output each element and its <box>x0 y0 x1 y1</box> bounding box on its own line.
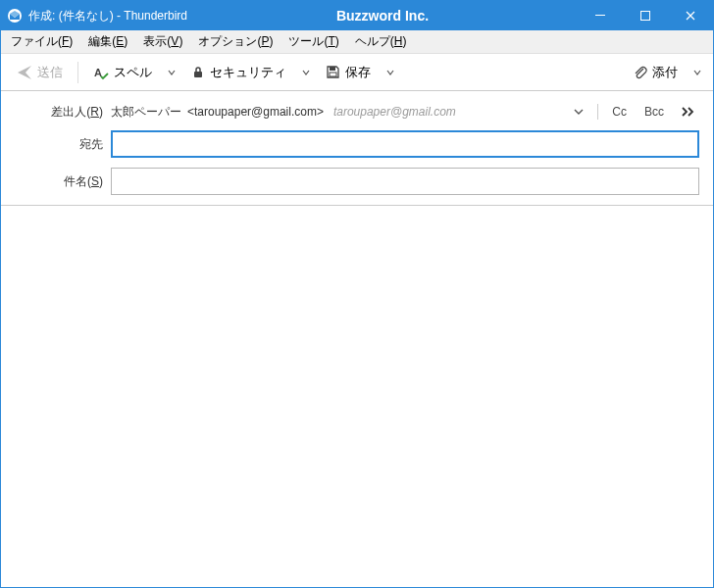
menu-file[interactable]: ファイル(F) <box>3 30 80 53</box>
svg-rect-4 <box>194 72 202 77</box>
from-label: 差出人(R) <box>15 104 103 121</box>
maximize-button[interactable] <box>623 1 668 30</box>
toolbar: 送信 A スペル セキュリティ 保存 添付 <box>1 54 713 91</box>
from-dropdown[interactable] <box>570 105 587 119</box>
spell-dropdown[interactable] <box>164 65 179 80</box>
attach-button[interactable]: 添付 <box>625 60 686 85</box>
from-row: 差出人(R) 太郎ペーパー <taroupaper@gmail.com> tar… <box>15 103 699 121</box>
attach-dropdown[interactable] <box>689 65 705 80</box>
security-label: セキュリティ <box>210 64 286 81</box>
separator <box>77 62 78 83</box>
menu-tools[interactable]: ツール(T) <box>280 30 346 53</box>
paperclip-icon <box>633 65 647 79</box>
attach-label: 添付 <box>652 64 678 81</box>
svg-rect-1 <box>595 15 605 16</box>
lock-icon <box>191 66 205 79</box>
security-dropdown[interactable] <box>298 65 314 80</box>
cc-button[interactable]: Cc <box>608 103 631 121</box>
minimize-button[interactable] <box>578 1 623 30</box>
spell-label: スペル <box>114 64 152 81</box>
close-button[interactable] <box>668 1 713 30</box>
svg-rect-6 <box>330 73 336 76</box>
more-recipients-button[interactable] <box>678 105 699 119</box>
brand-text: Buzzword Inc. <box>187 8 578 24</box>
save-button[interactable]: 保存 <box>318 60 379 85</box>
from-value[interactable]: 太郎ペーパー <taroupaper@gmail.com> taroupaper… <box>111 104 562 121</box>
to-input[interactable] <box>111 130 699 158</box>
message-body[interactable] <box>1 206 713 586</box>
titlebar: 作成: (件名なし) - Thunderbird Buzzword Inc. <box>1 1 713 30</box>
svg-text:A: A <box>94 67 102 78</box>
window-title: 作成: (件名なし) - Thunderbird <box>28 8 187 24</box>
addressing-area: 差出人(R) 太郎ペーパー <taroupaper@gmail.com> tar… <box>1 91 713 206</box>
send-label: 送信 <box>37 64 63 81</box>
security-button[interactable]: セキュリティ <box>183 60 294 85</box>
save-label: 保存 <box>345 64 371 81</box>
save-icon <box>326 65 340 79</box>
from-name: 太郎ペーパー <box>111 104 181 121</box>
from-controls: Cc Bcc <box>570 103 699 121</box>
subject-row: 件名(S) <box>15 168 699 195</box>
subject-input[interactable] <box>111 168 699 195</box>
to-row: 宛先 <box>15 130 699 158</box>
menu-edit[interactable]: 編集(E) <box>80 30 135 53</box>
menu-help[interactable]: ヘルプ(H) <box>347 30 415 53</box>
to-label: 宛先 <box>15 136 103 153</box>
send-icon <box>17 65 32 80</box>
save-dropdown[interactable] <box>382 65 398 80</box>
from-email: <taroupaper@gmail.com> <box>187 105 324 119</box>
menubar: ファイル(F) 編集(E) 表示(V) オプション(P) ツール(T) ヘルプ(… <box>1 30 713 54</box>
window-controls <box>578 1 713 30</box>
spell-button[interactable]: A スペル <box>85 60 160 85</box>
menu-view[interactable]: 表示(V) <box>135 30 190 53</box>
menu-options[interactable]: オプション(P) <box>190 30 280 53</box>
svg-rect-5 <box>330 67 335 71</box>
from-identity: taroupaper@gmail.com <box>333 105 456 119</box>
subject-label: 件名(S) <box>15 173 103 190</box>
bcc-button[interactable]: Bcc <box>640 103 668 121</box>
separator <box>597 104 598 120</box>
app-icon <box>7 8 23 24</box>
spell-icon: A <box>93 65 109 80</box>
send-button: 送信 <box>9 60 71 85</box>
svg-rect-2 <box>641 12 650 21</box>
